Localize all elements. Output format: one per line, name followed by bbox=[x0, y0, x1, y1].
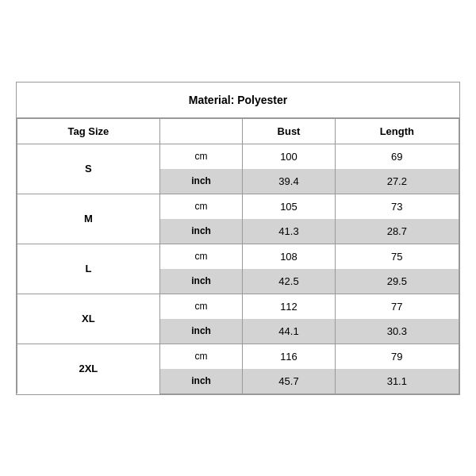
header-tag-size: Tag Size bbox=[17, 118, 160, 144]
unit-cm-l: cm bbox=[159, 244, 243, 269]
bust-cm-m: 105 bbox=[243, 194, 335, 219]
length-cm-s: 69 bbox=[335, 144, 459, 169]
length-cm-2xl: 79 bbox=[335, 344, 459, 369]
length-cm-xl: 77 bbox=[335, 294, 459, 319]
unit-inch-s: inch bbox=[159, 169, 243, 194]
unit-cm-2xl: cm bbox=[159, 344, 243, 369]
length-inch-2xl: 31.1 bbox=[335, 369, 459, 394]
bust-cm-l: 108 bbox=[243, 244, 335, 269]
unit-cm-s: cm bbox=[159, 144, 243, 169]
unit-inch-xl: inch bbox=[159, 319, 243, 344]
length-cm-m: 73 bbox=[335, 194, 459, 219]
bust-inch-m: 41.3 bbox=[243, 219, 335, 244]
bust-inch-xl: 44.1 bbox=[243, 319, 335, 344]
bust-cm-2xl: 116 bbox=[243, 344, 335, 369]
length-inch-xl: 30.3 bbox=[335, 319, 459, 344]
bust-inch-l: 42.5 bbox=[243, 269, 335, 294]
size-chart-container: Material: Polyester Tag Size Bust Length… bbox=[16, 82, 460, 395]
bust-inch-s: 39.4 bbox=[243, 169, 335, 194]
size-table: Tag Size Bust Length Scm10069inch39.427.… bbox=[17, 118, 459, 394]
length-inch-s: 27.2 bbox=[335, 169, 459, 194]
bust-inch-2xl: 45.7 bbox=[243, 369, 335, 394]
header-length: Length bbox=[335, 118, 459, 144]
length-inch-l: 29.5 bbox=[335, 269, 459, 294]
unit-cm-xl: cm bbox=[159, 294, 243, 319]
bust-cm-xl: 112 bbox=[243, 294, 335, 319]
unit-cm-m: cm bbox=[159, 194, 243, 219]
header-empty bbox=[159, 118, 243, 144]
tag-size-l: L bbox=[17, 244, 160, 294]
tag-size-xl: XL bbox=[17, 294, 160, 344]
unit-inch-m: inch bbox=[159, 219, 243, 244]
tag-size-s: S bbox=[17, 144, 160, 194]
tag-size-m: M bbox=[17, 194, 160, 244]
bust-cm-s: 100 bbox=[243, 144, 335, 169]
tag-size-2xl: 2XL bbox=[17, 344, 160, 393]
chart-title: Material: Polyester bbox=[17, 83, 459, 118]
unit-inch-2xl: inch bbox=[159, 369, 243, 394]
header-bust: Bust bbox=[243, 118, 335, 144]
length-inch-m: 28.7 bbox=[335, 219, 459, 244]
length-cm-l: 75 bbox=[335, 244, 459, 269]
unit-inch-l: inch bbox=[159, 269, 243, 294]
